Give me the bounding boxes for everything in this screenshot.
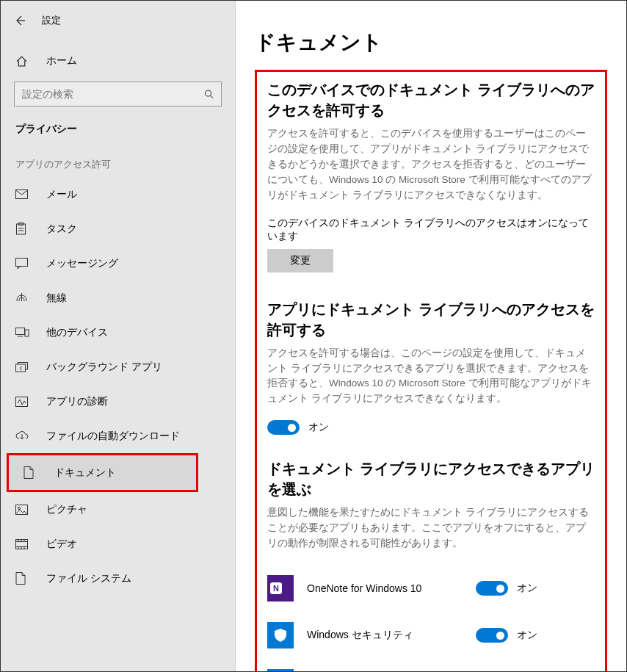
group1-desc: アクセスを許可すると、このデバイスを使用するユーザーはこのページの設定を使用して… (267, 126, 595, 203)
radios-icon (15, 292, 33, 303)
sidebar-item-documents[interactable]: ドキュメント (9, 455, 196, 490)
change-button[interactable]: 変更 (267, 249, 333, 272)
sidebar-item-label: ファイル システム (46, 572, 131, 585)
group2-toggle[interactable] (267, 420, 300, 435)
page-title: ドキュメント (255, 29, 607, 57)
security-icon (267, 622, 294, 648)
highlight-box-nav: ドキュメント (7, 453, 198, 492)
sidebar-item-label: バックグラウンド アプリ (46, 361, 162, 374)
sidebar-item-messaging[interactable]: メッセージング (1, 246, 235, 281)
nav-list: メール タスク メッセージング 無線 (1, 177, 235, 596)
pictures-icon (15, 505, 33, 515)
group1-title: このデバイスでのドキュメント ライブラリへのアクセスを許可する (267, 79, 595, 120)
sidebar-item-mail[interactable]: メール (1, 177, 235, 212)
group1-status: このデバイスのドキュメント ライブラリへのアクセスはオンになっています (267, 217, 595, 243)
svg-point-14 (18, 507, 20, 509)
sidebar-item-label: メール (46, 188, 77, 201)
sidebar-item-radios[interactable]: 無線 (1, 281, 235, 315)
sidebar-item-label: ファイルの自動ダウンロード (46, 430, 180, 443)
app-row-security: Windows セキュリティ オン (267, 612, 595, 659)
svg-rect-6 (16, 259, 28, 267)
app-row-onenote: OneNote for Windows 10 オン (267, 565, 595, 612)
search-icon (203, 89, 214, 100)
home-icon (15, 55, 33, 68)
sidebar-item-tasks[interactable]: タスク (1, 212, 235, 246)
sidebar-item-videos[interactable]: ビデオ (1, 527, 235, 561)
window-title: 設定 (36, 14, 61, 27)
app-name: Windows セキュリティ (307, 629, 476, 642)
other-devices-icon (15, 328, 33, 338)
category-label: プライバシー (1, 114, 235, 142)
auto-downloads-icon (15, 431, 33, 441)
sidebar-item-background-apps[interactable]: バックグラウンド アプリ (1, 350, 235, 384)
sidebar-item-auto-downloads[interactable]: ファイルの自動ダウンロード (1, 419, 235, 453)
file-system-icon (15, 572, 33, 585)
home-label: ホーム (46, 54, 77, 68)
sidebar-item-label: 無線 (46, 292, 67, 305)
highlight-box-main: このデバイスでのドキュメント ライブラリへのアクセスを許可する アクセスを許可す… (255, 70, 607, 671)
search-input[interactable] (14, 82, 222, 106)
app-toggle-label: オン (517, 582, 537, 595)
group2-toggle-row: オン (267, 420, 595, 435)
subsection-label: アプリのアクセス許可 (1, 142, 235, 177)
group2-toggle-label: オン (308, 421, 329, 434)
sidebar-header: 設定 (1, 1, 235, 36)
search-box (14, 82, 222, 106)
sidebar-item-label: アプリの診断 (46, 395, 108, 408)
svg-line-2 (211, 95, 213, 98)
tasks-icon (15, 223, 33, 235)
background-apps-icon (15, 362, 33, 372)
sidebar-item-label: ビデオ (46, 538, 77, 551)
sidebar-item-label: タスク (46, 223, 77, 236)
svg-rect-10 (25, 330, 29, 336)
videos-icon (15, 539, 33, 549)
sidebar-item-label: 他のデバイス (46, 326, 108, 339)
back-button[interactable] (4, 6, 36, 35)
svg-point-1 (206, 90, 211, 96)
app-list: OneNote for Windows 10 オン Windows セキュリティ… (267, 565, 595, 671)
sidebar-item-label: ドキュメント (54, 466, 116, 480)
messaging-icon (15, 258, 33, 269)
sidebar: 設定 ホーム プライバシー アプリのアクセス許可 メール (1, 1, 236, 671)
home-nav[interactable]: ホーム (1, 45, 235, 77)
app-name: OneNote for Windows 10 (307, 582, 476, 594)
sidebar-item-label: ピクチャ (46, 503, 87, 516)
svg-rect-4 (17, 224, 26, 234)
onenote-icon (267, 575, 294, 601)
settings-app: 設定 ホーム プライバシー アプリのアクセス許可 メール (0, 0, 627, 672)
group2-desc: アクセスを許可する場合は、このページの設定を使用して、ドキュメント ライブラリに… (267, 346, 595, 408)
svg-rect-8 (16, 328, 25, 334)
sidebar-item-other-devices[interactable]: 他のデバイス (1, 315, 235, 350)
sidebar-item-file-system[interactable]: ファイル システム (1, 561, 235, 596)
sidebar-item-app-diagnostics[interactable]: アプリの診断 (1, 384, 235, 419)
app-toggle-label: オン (517, 629, 537, 642)
app-toggle-security[interactable] (476, 628, 508, 643)
group3-desc: 意図した機能を果たすためにドキュメント ライブラリにアクセスすることが必要なアプ… (267, 505, 595, 552)
documents-icon (23, 466, 41, 479)
feedback-icon (267, 669, 294, 671)
sidebar-item-label: メッセージング (46, 257, 118, 270)
svg-rect-12 (16, 397, 28, 406)
app-toggle-onenote[interactable] (476, 581, 508, 596)
group3-title: ドキュメント ライブラリにアクセスできるアプリを選ぶ (267, 458, 595, 499)
mail-icon (15, 189, 33, 199)
app-diagnostics-icon (15, 397, 33, 407)
app-row-feedback: フィードバック Hub オン (267, 659, 595, 671)
main-panel: ドキュメント このデバイスでのドキュメント ライブラリへのアクセスを許可する ア… (236, 1, 626, 671)
group2-title: アプリにドキュメント ライブラリへのアクセスを許可する (267, 299, 595, 340)
sidebar-item-pictures[interactable]: ピクチャ (1, 492, 235, 527)
